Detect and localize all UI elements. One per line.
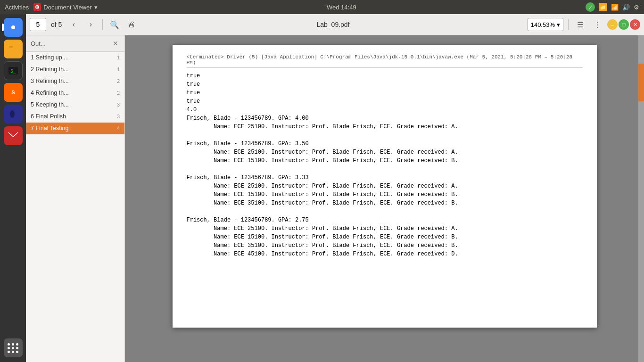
outline-item-2[interactable]: 2 Refining th...1 [26,64,124,75]
apps-grid-icon [8,343,19,353]
outline-item-7[interactable]: 7 Final Testing4 [26,123,124,134]
activities-label[interactable]: Activities [5,4,29,11]
menu-button[interactable]: ⋮ [590,17,604,32]
outline-list: 1 Setting up ...12 Refining th...13 Refi… [26,52,124,134]
app-icon: E [33,3,41,11]
sidebar-close-button[interactable]: ✕ [111,39,120,48]
system-icon: ⚙ [634,4,639,11]
dock-sublime[interactable]: S [4,83,23,102]
total-pages: of 5 [49,21,64,28]
window-close-button[interactable]: ✕ [630,19,640,30]
prev-page-button[interactable]: ‹ [66,17,81,32]
svg-text:$_: $_ [10,68,17,74]
print-button[interactable]: 🖨 [124,17,139,32]
window-minimize-button[interactable]: – [607,19,618,30]
search-button[interactable]: 🔍 [107,17,122,32]
next-page-button[interactable]: › [83,17,98,32]
dock-email[interactable] [4,126,23,145]
sidebar-title: Out... [31,40,107,47]
svg-point-3 [11,25,15,29]
sidebar: Out... ✕ 1 Setting up ...12 Refining th.… [26,35,125,362]
dock-apps-grid[interactable] [4,338,23,357]
topbar: Activities E Document Viewer ▾ Wed 14:49… [0,0,644,14]
outline-item-1[interactable]: 1 Setting up ...1 [26,52,124,64]
sidebar-header: Out... ✕ [26,35,124,52]
app-name: Document Viewer [43,4,91,11]
svg-point-11 [10,110,15,118]
console-header: <terminated> Driver (5) [Java Applicatio… [187,54,583,68]
app-dropdown-icon[interactable]: ▾ [94,4,98,11]
volume-icon: 🔊 [622,4,630,11]
scrollbar-thumb[interactable] [638,64,644,101]
console-content: true true true true 4.0 Frisch, Blade - … [187,72,583,258]
svg-rect-5 [9,46,13,48]
outline-item-4[interactable]: 4 Refining th...2 [26,87,124,99]
dock-files[interactable] [4,40,23,58]
topbar-datetime: Wed 14:49 [103,4,580,11]
toolbar: 5 of 5 ‹ › 🔍 🖨 Lab_09.pdf 140.53% ▾ ☰ ⋮ … [26,14,644,35]
app-menu[interactable]: E Document Viewer ▾ [33,3,97,11]
status-green-icon: ✓ [586,2,595,12]
zoom-selector[interactable]: 140.53% ▾ [528,18,563,31]
toolbar-separator-1 [102,19,103,30]
zoom-dropdown-icon: ▾ [557,21,560,28]
outline-item-5[interactable]: 5 Keeping th...3 [26,99,124,111]
dock-terminal[interactable]: $_ [4,61,23,80]
status-files-icon: 📁 [599,3,607,11]
content-area[interactable]: <terminated> Driver (5) [Java Applicatio… [125,35,644,362]
network-icon: 📶 [611,4,619,11]
page-input[interactable]: 5 [30,18,46,31]
main-layout: Out... ✕ 1 Setting up ...12 Refining th.… [26,35,644,362]
svg-text:S: S [11,90,15,95]
toolbar-separator-2 [568,19,569,30]
scrollbar-track[interactable] [638,35,644,362]
svg-text:E: E [36,6,39,9]
sidebar-toggle-button[interactable]: ☰ [573,17,587,32]
window-maximize-button[interactable]: □ [619,19,629,30]
filename-label: Lab_09.pdf [141,21,524,28]
outline-item-6[interactable]: 6 Final Polish3 [26,111,124,123]
outline-item-3[interactable]: 3 Refining th...2 [26,75,124,87]
pdf-page: <terminated> Driver (5) [Java Applicatio… [173,45,597,328]
zoom-value: 140.53% [531,21,555,28]
dock-eclipse[interactable] [4,105,23,123]
dock-chrome[interactable] [4,18,23,37]
dock: $_ S [0,14,26,362]
